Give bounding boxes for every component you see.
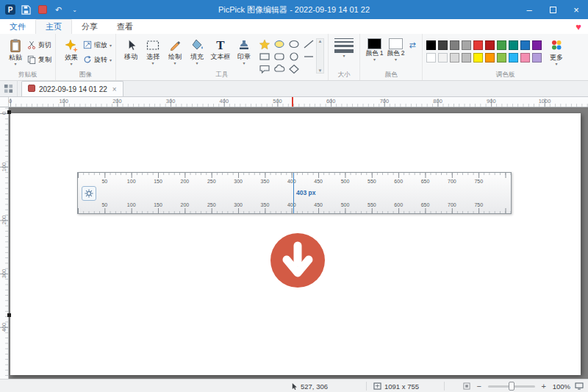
screenshot-ruler-number: 600 [394,179,403,184]
palette-swatch[interactable] [485,53,495,63]
heart-icon[interactable]: ♥ [576,19,581,34]
color1-button[interactable]: 颜色 1 [364,36,385,62]
tab-view[interactable]: 查看 [107,19,143,34]
resize-dropdown-icon[interactable] [110,43,112,48]
cursor-position-value: 527, 306 [301,382,328,391]
resize-handle-mid-left[interactable] [7,313,11,317]
select-dropdown-icon[interactable] [152,61,154,65]
palette-swatch[interactable] [438,53,448,63]
swap-colors-icon[interactable]: ⇄ [406,36,418,50]
close-button[interactable]: × [564,0,588,19]
stamp-dropdown-icon[interactable] [243,61,245,65]
palette-swatch[interactable] [426,53,436,63]
zoom-in-button[interactable]: + [539,382,548,391]
palette-swatch[interactable] [462,53,471,63]
zoom-reset-icon[interactable] [463,382,470,390]
textbox-tool-button[interactable]: T 文本框 [208,36,233,61]
tab-home[interactable]: 主页 [35,19,72,34]
fill-dropdown-icon[interactable] [196,61,198,65]
rotate-button[interactable]: 旋转 [83,54,112,65]
ruler-number: 300 [1,269,7,279]
statusbar-divider [366,382,367,391]
screenshot-ruler-number: 100 [127,202,136,207]
tab-share[interactable]: 分享 [72,19,107,34]
paste-icon [9,37,22,54]
app-icon[interactable]: P [5,4,15,15]
cut-icon [27,39,36,52]
more-colors-dropdown-icon[interactable] [556,62,558,66]
save-icon[interactable] [21,4,32,15]
palette-swatch[interactable] [426,40,436,50]
palette-swatch[interactable] [473,40,483,50]
shape-circle-button[interactable] [287,51,301,63]
paste-button[interactable]: 粘贴 [4,36,27,66]
palette-swatch[interactable] [532,53,542,63]
color2-dropdown-icon[interactable] [395,57,397,62]
workspace-grid-icon[interactable] [0,80,18,96]
shape-scrollbar[interactable]: ▲ ▼ [316,38,324,74]
shape-star-button[interactable] [257,38,271,50]
ruler-gear-icon [82,186,96,201]
ruler-number: 400 [1,323,7,332]
fill-tool-button[interactable]: 填充 [186,36,208,65]
shape-hline-button[interactable] [301,51,315,63]
tab-file[interactable]: 文件 [0,19,35,34]
palette-swatch[interactable] [532,40,542,50]
screenshot-ruler-number: 300 [234,179,243,184]
color1-dropdown-icon[interactable] [373,57,376,62]
color2-button[interactable]: 颜色 2 [385,36,406,62]
resize-button[interactable]: 缩放 [83,40,112,51]
minimize-button[interactable]: – [517,0,541,19]
ribbon-tab-strip: 文件 主页 分享 查看 ♥ [0,19,588,34]
palette-swatch[interactable] [450,53,459,63]
shape-line-button[interactable] [301,38,315,50]
capture-icon[interactable] [37,4,48,15]
shape-highlight-button[interactable] [272,38,286,50]
shape-round-rect-button[interactable] [272,51,286,63]
horizontal-ruler[interactable]: 01002003004005006007008009001000 [9,97,588,107]
zoom-out-button[interactable]: − [475,382,484,391]
document-tab-close-icon[interactable]: × [111,85,117,93]
fit-screen-icon[interactable] [575,382,584,390]
palette-swatch[interactable] [473,53,483,63]
palette-swatch[interactable] [520,53,530,63]
paste-dropdown-icon[interactable] [14,62,16,66]
stamp-tool-button[interactable]: 印章 [233,36,255,65]
zoom-slider-thumb[interactable] [509,382,514,391]
select-tool-button[interactable]: 选择 [142,36,164,65]
document-tab[interactable]: 2022-09-19 14 01 22 × [21,81,123,96]
palette-swatch[interactable] [462,40,471,50]
shape-rect-button[interactable] [257,51,271,63]
more-colors-button[interactable]: 更多 [545,36,567,66]
maximize-button[interactable] [541,0,564,19]
palette-swatch[interactable] [438,40,448,50]
undo-icon[interactable]: ↶ [53,4,64,15]
draw-dropdown-icon[interactable] [174,61,176,65]
resize-handle-top-left[interactable] [7,110,11,114]
palette-swatch[interactable] [509,53,518,63]
cut-button[interactable]: 剪切 [27,40,51,51]
palette-swatch[interactable] [485,40,495,50]
shape-ellipse-button[interactable] [287,38,301,50]
vertical-ruler[interactable]: 0100200300400 [0,107,9,379]
shape-scroll-up-icon[interactable]: ▲ [318,39,323,43]
document-tab-strip: 2022-09-19 14 01 22 × [0,81,588,97]
qat-dropdown-icon[interactable]: ⌄ [69,4,80,15]
palette-swatch[interactable] [450,40,459,50]
line-size-dropdown-icon[interactable] [343,54,345,58]
screenshot-ruler-number: 300 [234,202,243,207]
draw-tool-button[interactable]: 绘制 [164,36,186,65]
zoom-slider[interactable] [488,385,535,388]
effects-button[interactable]: 效果 [60,36,83,66]
palette-swatch[interactable] [497,53,506,63]
effects-dropdown-icon[interactable] [70,62,72,66]
palette-swatch[interactable] [520,40,530,50]
copy-button[interactable]: 复制 [27,54,51,65]
rotate-dropdown-icon[interactable] [110,58,112,63]
canvas-background: 403 px 505010010015015020020025025030030… [9,107,588,379]
line-size-button[interactable] [332,36,356,58]
image-canvas[interactable]: 403 px 505010010015015020020025025030030… [10,113,581,375]
palette-swatch[interactable] [497,40,506,50]
palette-swatch[interactable] [509,40,518,50]
move-tool-button[interactable]: 移动 [120,36,142,61]
